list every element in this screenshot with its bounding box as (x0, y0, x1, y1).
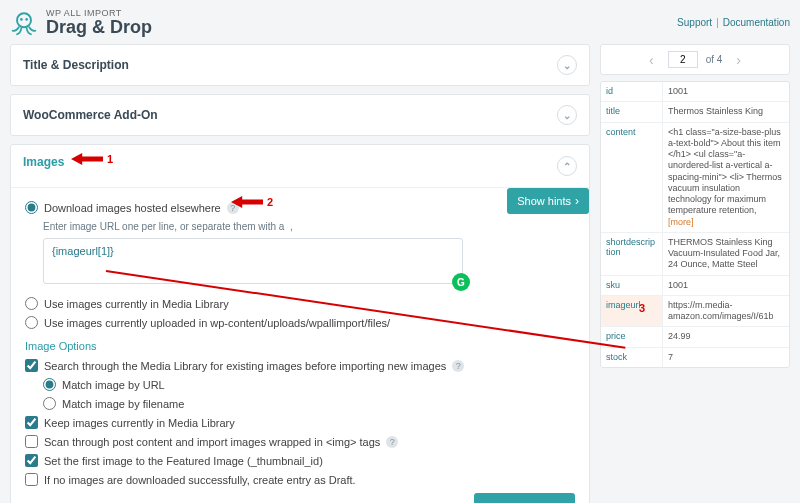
url-value: {imageurl[1]} (52, 245, 114, 257)
svg-point-0 (17, 13, 31, 27)
chevron-right-icon: › (575, 194, 579, 208)
data-row: sku1001 (601, 276, 789, 296)
panel-woocommerce[interactable]: WooCommerce Add-On ⌄ (10, 94, 590, 136)
content-more-link[interactable]: [more] (668, 217, 694, 227)
grammarly-icon[interactable]: G (452, 273, 470, 291)
pager-of-label: of 4 (706, 54, 723, 65)
help-icon[interactable]: ? (386, 436, 398, 448)
check-draft-on-fail[interactable] (25, 473, 38, 486)
label-uploads-folder: Use images currently uploaded in wp-cont… (44, 317, 390, 329)
label-search-media: Search through the Media Library for exi… (44, 360, 446, 372)
radio-download-elsewhere[interactable] (25, 201, 38, 214)
data-row: content<h1 class="a-size-base-plus a-tex… (601, 123, 789, 233)
data-row: stock7 (601, 348, 789, 367)
images-title: Images (23, 155, 64, 169)
panel-title: WooCommerce Add-On (23, 108, 158, 122)
label-match-filename: Match image by filename (62, 398, 184, 410)
chevron-down-icon[interactable]: ⌄ (557, 105, 577, 125)
data-row: price24.99 (601, 327, 789, 347)
image-url-textarea[interactable]: {imageurl[1]} G (43, 238, 463, 284)
panel-images-header[interactable]: Images 1 ⌃ (11, 145, 589, 187)
documentation-link[interactable]: Documentation (723, 17, 790, 28)
chevron-up-icon[interactable]: ⌃ (557, 156, 577, 176)
support-link[interactable]: Support (677, 17, 712, 28)
panel-title-description[interactable]: Title & Description ⌄ (10, 44, 590, 86)
panel-title: Title & Description (23, 58, 129, 72)
svg-point-1 (20, 18, 23, 21)
svg-point-2 (25, 18, 28, 21)
data-row: titleThermos Stainless King (601, 102, 789, 122)
panel-images: Images 1 ⌃ Show hints› Download images h… (10, 144, 590, 503)
label-download-elsewhere: Download images hosted elsewhere (44, 202, 221, 214)
octo-logo-icon (10, 8, 38, 36)
pager-next[interactable]: › (730, 52, 747, 68)
record-pager: ‹ of 4 › (600, 44, 790, 75)
preview-test-button[interactable]: Preview & Test (474, 493, 575, 503)
label-scan-content: Scan through post content and import ima… (44, 436, 380, 448)
check-search-media[interactable] (25, 359, 38, 372)
data-row: shortdescriptionTHERMOS Stainless King V… (601, 233, 789, 276)
pager-current-input[interactable] (668, 51, 698, 68)
annotation-1: 1 (71, 153, 113, 165)
data-row-imageurl: imageurl https://m.media-amazon.com/imag… (601, 296, 789, 328)
label-featured-image: Set the first image to the Featured Imag… (44, 455, 323, 467)
help-icon[interactable]: ? (227, 202, 239, 214)
radio-media-library[interactable] (25, 297, 38, 310)
radio-uploads-folder[interactable] (25, 316, 38, 329)
label-keep-images: Keep images currently in Media Library (44, 417, 235, 429)
record-data-table: id1001 titleThermos Stainless King conte… (600, 81, 790, 368)
check-keep-images[interactable] (25, 416, 38, 429)
top-links: Support|Documentation (677, 17, 790, 28)
label-media-library: Use images currently in Media Library (44, 298, 229, 310)
help-icon[interactable]: ? (452, 360, 464, 372)
radio-match-url[interactable] (43, 378, 56, 391)
chevron-down-icon[interactable]: ⌄ (557, 55, 577, 75)
hint-url-text: Enter image URL one per line, or separat… (25, 217, 575, 238)
check-scan-content[interactable] (25, 435, 38, 448)
check-featured-image[interactable] (25, 454, 38, 467)
arrow-left-icon (71, 153, 103, 165)
data-row: id1001 (601, 82, 789, 102)
brand-big: Drag & Drop (46, 18, 152, 36)
radio-match-filename[interactable] (43, 397, 56, 410)
label-match-url: Match image by URL (62, 379, 165, 391)
label-draft-on-fail: If no images are downloaded successfully… (44, 474, 356, 486)
pager-prev[interactable]: ‹ (643, 52, 660, 68)
image-options-subhead: Image Options (25, 340, 575, 352)
brand: WP ALL IMPORT Drag & Drop (10, 8, 152, 36)
